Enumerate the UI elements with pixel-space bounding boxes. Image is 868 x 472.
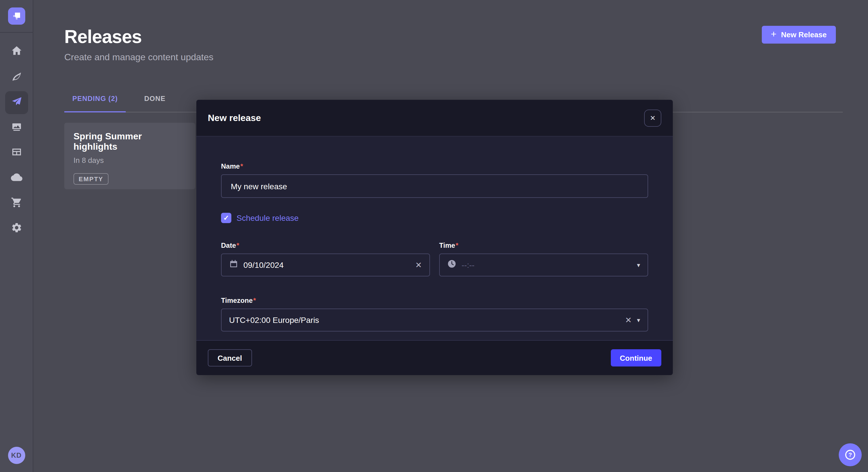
paper-plane-icon <box>11 96 22 109</box>
chevron-down-icon[interactable]: ▾ <box>637 317 640 323</box>
name-label-text: Name <box>221 162 240 170</box>
timezone-label-text: Timezone <box>221 297 253 305</box>
status-badge: EMPTY <box>73 173 108 185</box>
help-button[interactable]: ? <box>839 443 862 466</box>
sidebar-item-home[interactable] <box>5 41 28 64</box>
time-field-group: Time* --:-- ▾ <box>439 240 648 276</box>
modal-body: Name* ✓ Schedule release Date* <box>196 136 673 340</box>
gear-icon <box>11 222 22 236</box>
checkbox-checked-icon[interactable]: ✓ <box>221 213 231 223</box>
chevron-down-icon[interactable]: ▾ <box>637 262 640 268</box>
release-card[interactable]: Spring Summer highlights In 8 days EMPTY <box>64 123 195 189</box>
clock-icon <box>447 259 456 271</box>
new-release-modal: New release ✕ Name* ✓ Schedule release D… <box>196 100 673 375</box>
sidebar-item-content-manager[interactable] <box>5 66 28 89</box>
sidebar-footer: KD <box>8 447 25 464</box>
release-card-schedule: In 8 days <box>73 156 186 165</box>
clear-date-icon[interactable]: ✕ <box>415 261 422 269</box>
date-value: 09/10/2024 <box>243 260 284 270</box>
strapi-logo[interactable] <box>8 7 25 25</box>
sidebar-nav <box>5 41 28 240</box>
name-input[interactable] <box>221 174 648 198</box>
feather-pen-icon <box>11 71 22 84</box>
calendar-icon <box>229 259 238 271</box>
cloud-icon <box>11 171 22 185</box>
page-header: Releases Create and manage content updat… <box>33 0 868 63</box>
modal-footer: Cancel Continue <box>196 340 673 375</box>
date-field-group: Date* 09/10/2024 ✕ <box>221 240 430 276</box>
modal-header: New release ✕ <box>196 100 673 136</box>
time-label: Time* <box>439 241 458 249</box>
layout-icon <box>11 146 22 160</box>
name-label: Name* <box>221 162 243 170</box>
date-label: Date* <box>221 241 239 249</box>
user-avatar[interactable]: KD <box>8 447 25 464</box>
date-time-row: Date* 09/10/2024 ✕ Tim <box>221 240 648 276</box>
sidebar: KD <box>0 0 33 472</box>
required-asterisk: * <box>456 241 458 249</box>
sidebar-item-content-type-builder[interactable] <box>5 142 28 165</box>
required-asterisk: * <box>240 162 243 170</box>
page-subtitle: Create and manage content updates <box>64 52 836 63</box>
release-card-title: Spring Summer highlights <box>73 131 186 152</box>
shopping-cart-icon <box>11 197 22 210</box>
timezone-label: Timezone* <box>221 297 256 305</box>
time-picker[interactable]: --:-- ▾ <box>439 254 648 276</box>
close-button[interactable]: ✕ <box>644 109 661 127</box>
required-asterisk: * <box>253 297 256 305</box>
tab-done[interactable]: DONE <box>136 95 174 112</box>
modal-title: New release <box>208 113 261 123</box>
date-label-text: Date <box>221 241 236 249</box>
date-picker[interactable]: 09/10/2024 ✕ <box>221 254 430 276</box>
sidebar-item-deploy[interactable] <box>5 167 28 190</box>
home-icon <box>11 45 22 59</box>
strapi-logo-icon <box>11 11 22 21</box>
timezone-select[interactable]: UTC+02:00 Europe/Paris ✕ ▾ <box>221 308 648 332</box>
sidebar-item-media-library[interactable] <box>5 116 28 139</box>
time-placeholder: --:-- <box>462 260 474 270</box>
timezone-value: UTC+02:00 Europe/Paris <box>229 315 319 325</box>
sidebar-item-settings[interactable] <box>5 217 28 240</box>
name-field-group: Name* <box>221 161 648 198</box>
new-release-button-label: New Release <box>781 30 827 39</box>
page-title: Releases <box>64 26 836 47</box>
required-asterisk: * <box>237 241 239 249</box>
schedule-release-toggle[interactable]: ✓ Schedule release <box>221 213 648 223</box>
schedule-release-label: Schedule release <box>237 213 299 223</box>
pictures-icon <box>11 121 22 135</box>
app-root: KD Releases Create and manage content up… <box>0 0 868 472</box>
sidebar-item-releases[interactable] <box>5 91 28 114</box>
new-release-button[interactable]: + New Release <box>762 26 836 43</box>
sidebar-divider <box>0 32 33 33</box>
time-label-text: Time <box>439 241 455 249</box>
continue-button[interactable]: Continue <box>611 349 661 367</box>
sidebar-item-marketplace[interactable] <box>5 192 28 215</box>
help-icon: ? <box>844 448 857 461</box>
cancel-button[interactable]: Cancel <box>208 349 252 367</box>
clear-timezone-icon[interactable]: ✕ <box>625 316 631 324</box>
timezone-field-group: Timezone* UTC+02:00 Europe/Paris ✕ ▾ <box>221 295 648 332</box>
svg-text:?: ? <box>848 452 852 458</box>
plus-icon: + <box>771 29 776 39</box>
close-icon: ✕ <box>650 114 656 122</box>
tab-pending[interactable]: PENDING (2) <box>64 95 126 112</box>
